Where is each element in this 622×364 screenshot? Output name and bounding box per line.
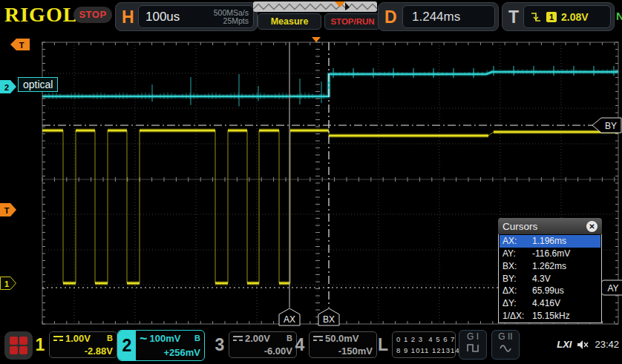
close-icon[interactable]: ✕	[586, 221, 598, 232]
cursor-dx-value: 65.99us	[532, 285, 564, 296]
cursor-bx-value: 1.262ms	[532, 261, 566, 271]
timebase-readout: 100us 500MSa/s 25Mpts	[138, 5, 254, 28]
cursor-bx-tag-label: BX	[323, 314, 335, 325]
channel4-scale: 50.0mV	[325, 334, 359, 343]
trigger-mode-indicator: N	[616, 10, 622, 22]
dc-coupling-icon	[313, 336, 323, 342]
logic-channels-block[interactable]: L 0 1 2 3 4 5 6 7 8 9 1011 12131415	[376, 330, 456, 360]
channel4-block[interactable]: 4 50.0mV -150mV	[292, 330, 377, 360]
cursors-panel[interactable]: Cursors ✕ AX: 1.196ms AY: -116.6mV BX: 1…	[498, 218, 602, 325]
channel3-bandwidth-badge: B	[287, 334, 292, 343]
cursor-by-value: 4.3V	[532, 274, 551, 284]
lxi-indicator: LXI	[557, 339, 572, 350]
trigger-flag-label: T	[19, 41, 24, 50]
logic-row1: 0 1 2 3 4 5 6 7	[396, 334, 451, 345]
acquisition-status-badge: STOP	[73, 7, 112, 23]
channel2-readout: ~ 100mV B +256mV	[136, 332, 204, 359]
trigger-position-flag[interactable]: T	[10, 39, 30, 52]
channel2-offset: +256mV	[140, 348, 200, 357]
delay-value: 1.244ms	[412, 10, 460, 24]
cursor-ay-tag-label: AY	[607, 283, 618, 294]
cursor-row-bx[interactable]: BX: 1.262ms	[500, 259, 600, 272]
channel3-readout: 2.00V B -6.00V	[229, 331, 297, 358]
trigger-label: T	[508, 7, 519, 27]
cursor-freq-label: 1/ΔX:	[502, 311, 531, 321]
channel1-position-marker[interactable]: 1	[0, 277, 17, 290]
channel1-marker-label: 1	[4, 279, 9, 288]
speaker-muted-icon	[577, 340, 589, 350]
generator1-label: G I	[459, 331, 486, 343]
trigger-level-marker[interactable]: T	[0, 203, 17, 216]
acquisition-info: 500MSa/s 25Mpts	[214, 9, 249, 25]
cursor-ax-label: AX:	[502, 236, 531, 246]
trigger-source-badge: 1	[546, 12, 557, 22]
channel2-bandwidth-badge: B	[194, 334, 200, 343]
channel1-scale: 1.00V	[65, 334, 91, 343]
cursor-ax-tag[interactable]: AX	[278, 308, 301, 326]
cursors-panel-titlebar[interactable]: Cursors ✕	[498, 218, 602, 234]
cursor-dx-label: ΔX:	[502, 285, 531, 296]
preview-zigzag-icon	[253, 1, 377, 12]
channel3-offset: -6.00V	[233, 346, 292, 356]
cursor-row-ay[interactable]: AY: -116.6mV	[500, 248, 600, 260]
notification-menu-button[interactable]	[4, 331, 33, 360]
logic-readout: 0 1 2 3 4 5 6 7 8 9 1011 12131415	[392, 331, 456, 358]
channel2-number: 2	[118, 331, 136, 360]
delay-block[interactable]: D 1.244ms	[378, 2, 499, 31]
channel1-readout: 1.00V B -2.88V	[49, 331, 117, 358]
rigol-logo: RIGOL	[4, 3, 77, 27]
stop-run-button[interactable]: STOP/RUN	[324, 13, 381, 30]
cursors-readout-table: AX: 1.196ms AY: -116.6mV BX: 1.262ms BY:…	[498, 234, 602, 323]
cursor-row-freq[interactable]: 1/ΔX: 15.15kHz	[500, 309, 600, 322]
bottom-status-bar: 1 1.00V B -2.88V 2 ~ 100mV B +256mV 3 2.…	[0, 328, 622, 364]
channel2-position-marker[interactable]: 2	[0, 80, 17, 93]
channel2-marker-label: 2	[4, 83, 9, 92]
channel1-block[interactable]: 1 1.00V B -2.88V	[33, 330, 117, 360]
cursor-dy-value: 4.416V	[532, 298, 560, 308]
cursor-by-label: BY:	[502, 274, 531, 284]
channel1-number: 1	[33, 335, 48, 355]
cursor-row-dx[interactable]: ΔX: 65.99us	[500, 285, 600, 297]
channel2-scale: 100mV	[150, 334, 181, 343]
cursor-row-by[interactable]: BY: 4.3V	[500, 272, 600, 285]
cursors-panel-title: Cursors	[502, 221, 537, 232]
channel4-offset: -150mV	[313, 346, 373, 356]
delay-readout: 1.244ms	[402, 5, 495, 28]
generator2-label: G II	[492, 331, 519, 343]
measure-button[interactable]: Measure	[258, 13, 321, 30]
cursor-row-ax[interactable]: AX: 1.196ms	[500, 235, 600, 248]
top-status-bar: RIGOL STOP H 100us 500MSa/s 25Mpts Measu…	[0, 0, 622, 34]
cursor-by-tag[interactable]: BY	[592, 116, 622, 135]
cursor-ax-tag-label: AX	[284, 314, 295, 325]
horizontal-label: H	[122, 7, 134, 27]
cursor-ax-value: 1.196ms	[532, 236, 566, 246]
cursor-ay-label: AY:	[502, 248, 531, 259]
square-wave-icon	[466, 343, 479, 353]
channel2-user-label[interactable]: optical	[18, 77, 58, 92]
horizontal-timebase-block[interactable]: H 100us 500MSa/s 25Mpts	[115, 2, 258, 31]
status-cluster: LXI 23:42	[557, 339, 619, 350]
generator2-button[interactable]: G II	[491, 330, 520, 360]
menu-grid-icon	[10, 337, 18, 345]
channel2-block[interactable]: 2 ~ 100mV B +256mV	[117, 330, 205, 361]
dc-coupling-icon	[53, 336, 63, 342]
waveform-preview-strip[interactable]	[253, 1, 377, 12]
clock: 23:42	[595, 339, 619, 350]
generator1-button[interactable]: G I	[459, 330, 487, 360]
falling-edge-icon	[530, 11, 542, 23]
cursor-ay-value: -116.6mV	[532, 248, 570, 259]
trigger-level-marker-label: T	[4, 206, 10, 215]
trigger-block[interactable]: T 1 2.08V	[502, 2, 615, 31]
channel3-number: 3	[212, 335, 227, 355]
channel3-block[interactable]: 3 2.00V B -6.00V	[212, 330, 297, 360]
cursor-dy-label: ΔY:	[502, 298, 531, 308]
logic-label: L	[376, 335, 390, 355]
logic-row2: 8 9 1011 12131415	[396, 345, 451, 356]
trigger-readout: 1 2.08V	[523, 5, 611, 28]
channel1-offset: -2.88V	[53, 346, 113, 356]
channel1-bandwidth-badge: B	[107, 334, 113, 343]
channel4-number: 4	[292, 335, 307, 355]
cursor-row-dy[interactable]: ΔY: 4.416V	[500, 297, 600, 310]
delay-label: D	[384, 7, 397, 27]
cursor-bx-tag[interactable]: BX	[318, 308, 340, 326]
